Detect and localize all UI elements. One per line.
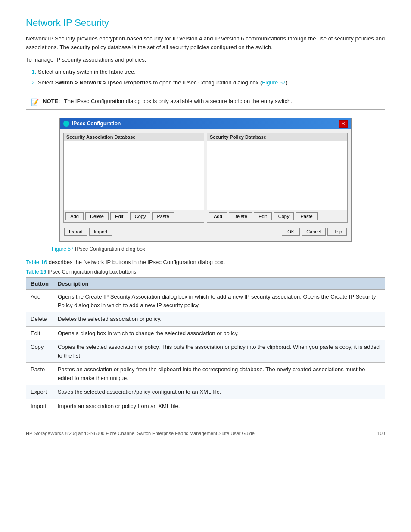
- note-icon: 📝: [31, 98, 39, 106]
- left-panel-content: [64, 141, 204, 210]
- btn-import: Import: [26, 399, 53, 413]
- dialog-title-left: IPsec Configuration: [63, 121, 121, 127]
- table-body: Add Opens the Create IP Security Associa…: [26, 290, 385, 413]
- left-copy-button[interactable]: Copy: [130, 212, 151, 220]
- page-container: Network IP Security Network IP Security …: [0, 0, 411, 453]
- table-title: Table 16 IPsec Configuration dialog box …: [26, 269, 385, 275]
- dialog-body: Security Association Database Add Delete…: [60, 129, 351, 241]
- table-row: Add Opens the Create IP Security Associa…: [26, 290, 385, 312]
- table-row: Export Saves the selected association/po…: [26, 385, 385, 399]
- btn-copy: Copy: [26, 340, 53, 363]
- table-header: Button Description: [26, 278, 385, 290]
- footer-left: HP StorageWorks 8/20q and SN6000 Fibre C…: [26, 431, 255, 436]
- page-title: Network IP Security: [26, 17, 385, 28]
- btn-paste: Paste: [26, 363, 53, 385]
- export-button[interactable]: Export: [64, 228, 87, 236]
- ipsec-table: Button Description Add Opens the Create …: [26, 277, 385, 413]
- table-intro: Table 16 describes the Network IP button…: [26, 258, 385, 267]
- figure-text: IPsec Configuration dialog box: [75, 246, 145, 252]
- table-row: Delete Deletes the selected association …: [26, 312, 385, 327]
- right-delete-button[interactable]: Delete: [229, 212, 252, 220]
- note-text: NOTE: The IPsec Configuration dialog box…: [43, 98, 292, 104]
- dialog-hp-icon: [63, 121, 69, 127]
- dialog-bottom-right: OK Cancel Help: [282, 228, 347, 236]
- col-description: Description: [53, 278, 385, 290]
- col-button: Button: [26, 278, 53, 290]
- table-row: Paste Pastes an association or policy fr…: [26, 363, 385, 385]
- dialog-bottom-row: Export Import OK Cancel Help: [63, 226, 348, 237]
- right-panel-buttons: Add Delete Edit Copy Paste: [207, 210, 347, 222]
- figure-caption: Figure 57 IPsec Configuration dialog box: [52, 246, 385, 252]
- ipsec-dialog: IPsec Configuration ✕ Security Associati…: [59, 118, 352, 242]
- btn-export: Export: [26, 385, 53, 399]
- note-body: The IPsec Configuration dialog box is on…: [64, 98, 292, 104]
- cancel-button[interactable]: Cancel: [302, 228, 326, 236]
- steps-intro: To manage IP security associations and p…: [26, 56, 385, 64]
- right-add-button[interactable]: Add: [209, 212, 227, 220]
- table-intro-text: describes the Network IP buttons in the …: [49, 259, 225, 265]
- btn-delete: Delete: [26, 312, 53, 327]
- right-paste-button[interactable]: Paste: [296, 212, 317, 220]
- dialog-close-button[interactable]: ✕: [339, 120, 348, 128]
- table-header-row: Button Description: [26, 278, 385, 290]
- left-edit-button[interactable]: Edit: [110, 212, 128, 220]
- desc-import: Imports an association or policy from an…: [53, 399, 385, 413]
- steps-list: Select an entry switch in the fabric tre…: [38, 68, 385, 87]
- desc-add: Opens the Create IP Security Association…: [53, 290, 385, 312]
- desc-export: Saves the selected association/policy co…: [53, 385, 385, 399]
- step-2: Select Switch > Network > Ipsec Properti…: [38, 78, 385, 87]
- security-policy-panel: Security Policy Database Add Delete Edit…: [207, 133, 348, 223]
- dialog-title-text: IPsec Configuration: [72, 121, 121, 127]
- step-1: Select an entry switch in the fabric tre…: [38, 68, 385, 76]
- figure-label: Figure 57: [52, 246, 74, 252]
- left-delete-button[interactable]: Delete: [85, 212, 109, 220]
- desc-copy: Copies the selected association or polic…: [53, 340, 385, 363]
- desc-delete: Deletes the selected association or poli…: [53, 312, 385, 327]
- table-ref: Table 16: [26, 259, 47, 265]
- right-panel-content: [207, 141, 347, 210]
- dialog-panels: Security Association Database Add Delete…: [63, 133, 348, 223]
- import-button[interactable]: Import: [89, 228, 112, 236]
- left-panel-buttons: Add Delete Edit Copy Paste: [64, 210, 204, 222]
- footer-right: 103: [377, 431, 385, 436]
- desc-edit: Opens a dialog box in which to change th…: [53, 326, 385, 340]
- left-paste-button[interactable]: Paste: [152, 212, 174, 220]
- security-association-panel: Security Association Database Add Delete…: [63, 133, 204, 223]
- table-title-text: IPsec Configuration dialog box buttons: [47, 269, 136, 275]
- step-2-text: Select Switch > Network > Ipsec Properti…: [38, 79, 289, 86]
- desc-paste: Pastes an association or policy from the…: [53, 363, 385, 385]
- table-row: Import Imports an association or policy …: [26, 399, 385, 413]
- btn-edit: Edit: [26, 326, 53, 340]
- note-label: NOTE:: [43, 98, 60, 104]
- help-button[interactable]: Help: [327, 228, 347, 236]
- page-footer: HP StorageWorks 8/20q and SN6000 Fibre C…: [26, 426, 385, 436]
- table-row: Edit Opens a dialog box in which to chan…: [26, 326, 385, 340]
- left-add-button[interactable]: Add: [65, 212, 84, 220]
- left-panel-header: Security Association Database: [64, 133, 204, 141]
- btn-add: Add: [26, 290, 53, 312]
- right-panel-header: Security Policy Database: [207, 133, 347, 141]
- dialog-titlebar: IPsec Configuration ✕: [60, 118, 351, 129]
- ok-button[interactable]: OK: [282, 228, 300, 236]
- right-edit-button[interactable]: Edit: [254, 212, 272, 220]
- intro-paragraph-1: Network IP Security provides encryption-…: [26, 34, 385, 51]
- dialog-bottom-left: Export Import: [64, 228, 112, 236]
- table-row: Copy Copies the selected association or …: [26, 340, 385, 363]
- note-box: 📝 NOTE: The IPsec Configuration dialog b…: [26, 94, 385, 110]
- table-label: Table 16: [26, 269, 46, 275]
- right-copy-button[interactable]: Copy: [274, 212, 294, 220]
- step-1-text: Select an entry switch in the fabric tre…: [38, 68, 136, 75]
